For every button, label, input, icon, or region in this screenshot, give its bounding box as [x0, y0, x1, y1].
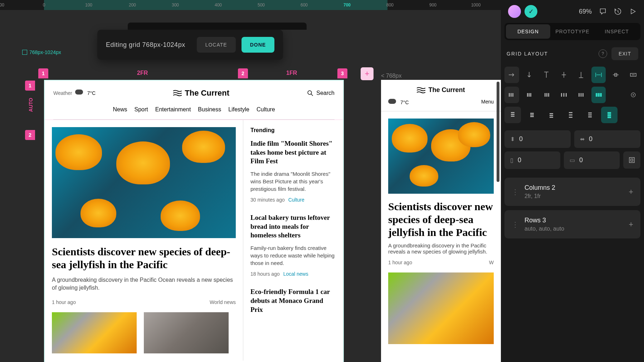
- status-badge[interactable]: ✓: [525, 5, 537, 18]
- done-button[interactable]: DONE: [241, 37, 274, 53]
- rows-config[interactable]: ⋮ Rows 3 auto, auto, auto +: [504, 210, 640, 238]
- align-center-h-button[interactable]: [609, 67, 623, 83]
- row-marker-1[interactable]: 1: [25, 81, 35, 91]
- column-gap-input[interactable]: ⬌ 0: [574, 130, 640, 148]
- brand-logo[interactable]: The Current: [417, 86, 465, 94]
- align-rows-start-button[interactable]: [504, 107, 521, 123]
- row-gap-value: 0: [519, 135, 523, 143]
- sidebar-article[interactable]: Indie film "Moonlit Shores" takes home b…: [250, 139, 336, 203]
- align-center-v-button[interactable]: [557, 67, 571, 83]
- weather-widget: 7°C: [388, 99, 409, 106]
- padding-vertical-input[interactable]: ▯ 0: [504, 151, 560, 169]
- align-rows-between-button[interactable]: [562, 107, 579, 123]
- editing-bar: Editing grid 768px-1024px LOCATE DONE: [97, 30, 283, 60]
- direction-row-button[interactable]: [504, 67, 519, 83]
- nav-item-business[interactable]: Business: [198, 106, 221, 113]
- brand-logo[interactable]: The Current: [173, 88, 229, 98]
- drag-handle-icon[interactable]: ⋮: [512, 220, 519, 229]
- nav-item-sport[interactable]: Sport: [134, 106, 148, 113]
- zoom-level[interactable]: 69%: [579, 8, 592, 15]
- article-category[interactable]: World news: [210, 299, 236, 305]
- align-rows-around-button[interactable]: [582, 107, 598, 123]
- align-baseline-button[interactable]: [626, 67, 641, 83]
- comment-icon[interactable]: [599, 8, 607, 15]
- tab-inspect[interactable]: INSPECT: [595, 24, 639, 39]
- justify-stretch-button[interactable]: [591, 87, 606, 103]
- justify-around-button[interactable]: [574, 87, 589, 103]
- article-title[interactable]: Scientists discover new species of deep-…: [52, 245, 236, 271]
- align-rows-center-button[interactable]: [524, 107, 540, 123]
- sidebar-category[interactable]: Local news: [283, 271, 308, 277]
- align-rows-stretch-button[interactable]: [601, 107, 618, 123]
- hero-image[interactable]: [388, 119, 494, 194]
- hero-image[interactable]: [52, 127, 236, 238]
- col-marker-2[interactable]: 2: [238, 68, 248, 78]
- justify-center-button[interactable]: [522, 87, 537, 103]
- article-title[interactable]: Scientists discover new species of deep-…: [381, 194, 501, 242]
- justify-between-button[interactable]: [557, 87, 571, 103]
- nav-item-culture[interactable]: Culture: [257, 106, 275, 113]
- svg-rect-25: [563, 93, 564, 97]
- col-marker-1[interactable]: 1: [38, 68, 48, 78]
- play-icon[interactable]: [629, 8, 637, 15]
- direction-column-button[interactable]: [522, 67, 537, 83]
- justify-start-button[interactable]: [504, 87, 519, 103]
- main-column: Scientists discover new species of deep-…: [45, 120, 243, 361]
- trending-label: Trending: [250, 127, 336, 134]
- sidebar-time: 30 minutes ago: [250, 197, 285, 203]
- row-marker-2[interactable]: 2: [25, 130, 35, 140]
- thumbnail-people[interactable]: [144, 312, 229, 353]
- settings-icon[interactable]: [626, 87, 641, 103]
- padding-expand-button[interactable]: [623, 151, 640, 169]
- svg-rect-41: [550, 113, 553, 114]
- align-rows-end-button[interactable]: [543, 107, 560, 123]
- align-start-v-button[interactable]: [539, 67, 554, 83]
- align-stretch-h-button[interactable]: [591, 67, 606, 83]
- nav-item-lifestyle[interactable]: Lifestyle: [228, 106, 249, 113]
- breakpoint-label-narrow[interactable]: < 768px: [381, 73, 401, 79]
- user-avatar[interactable]: [508, 5, 521, 18]
- thumbnail-food[interactable]: [52, 312, 137, 353]
- sidebar-article[interactable]: Eco-friendly Formula 1 car debuts at Mon…: [250, 288, 336, 314]
- columns-values: 2fr, 1fr: [525, 193, 623, 199]
- add-column-icon[interactable]: +: [629, 187, 633, 197]
- weather-widget: Weather 7°C: [53, 90, 96, 97]
- sidebar-category[interactable]: Culture: [288, 197, 304, 203]
- menu-button[interactable]: Menu: [481, 99, 494, 106]
- row-gap-input[interactable]: ⬍ 0: [504, 130, 571, 148]
- svg-rect-49: [588, 116, 592, 117]
- col-marker-3[interactable]: 3: [337, 68, 347, 78]
- padding-h-icon: ▭: [570, 157, 575, 164]
- breakpoint-label[interactable]: 768px-1024px: [22, 49, 61, 55]
- scrollbar-thumb[interactable]: [497, 82, 499, 182]
- drag-handle-icon[interactable]: ⋮: [512, 188, 519, 196]
- tab-design[interactable]: DESIGN: [506, 24, 550, 39]
- history-icon[interactable]: [614, 8, 622, 15]
- add-column-button[interactable]: +: [361, 67, 374, 80]
- add-row-icon[interactable]: +: [629, 220, 633, 229]
- col-label-2: 1FR: [286, 70, 297, 76]
- align-end-v-button[interactable]: [574, 67, 589, 83]
- justify-end-button[interactable]: [539, 87, 554, 103]
- rows-values: auto, auto, auto: [525, 226, 623, 232]
- artboard-mobile[interactable]: The Current 7°C Menu Scientists discover…: [381, 80, 501, 362]
- search-button[interactable]: Search: [307, 90, 335, 96]
- editing-bar-text: Editing grid 768px-1024px: [106, 41, 185, 49]
- sidebar-title: Eco-friendly Formula 1 car debuts at Mon…: [250, 288, 336, 314]
- article-category-short[interactable]: W: [489, 260, 494, 265]
- locate-button[interactable]: LOCATE: [197, 37, 236, 53]
- artboard-tablet[interactable]: Weather 7°C The Current Search News Spor…: [44, 80, 344, 362]
- svg-rect-20: [530, 93, 531, 97]
- tab-prototype[interactable]: PROTOTYPE: [550, 24, 595, 39]
- nav-item-entertainment[interactable]: Entertainment: [155, 106, 191, 113]
- canvas[interactable]: 768px-1024px < 768px Editing grid 768px-…: [0, 10, 501, 362]
- padding-horizontal-input[interactable]: ▭ 0: [564, 151, 620, 169]
- svg-rect-28: [581, 93, 582, 97]
- exit-button[interactable]: EXIT: [611, 47, 638, 60]
- article-time: 1 hour ago: [388, 260, 412, 265]
- help-icon[interactable]: ?: [599, 49, 607, 58]
- columns-config[interactable]: ⋮ Columns 2 2fr, 1fr +: [504, 178, 640, 206]
- nav-item-news[interactable]: News: [113, 106, 127, 113]
- sidebar-article[interactable]: Local bakery turns leftover bread into m…: [250, 213, 336, 277]
- thumbnail-food[interactable]: [388, 272, 494, 344]
